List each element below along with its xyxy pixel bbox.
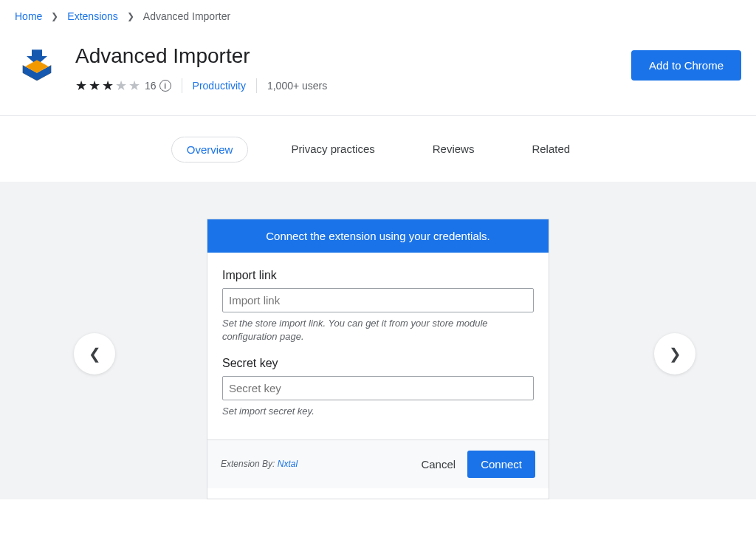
user-count: 1,000+ users — [267, 80, 327, 92]
footer-actions: Cancel Connect — [421, 451, 535, 478]
screenshot-footer: Extension By: Nxtal Cancel Connect — [207, 439, 549, 488]
star-icon: ★ — [102, 79, 114, 92]
add-to-chrome-button[interactable]: Add to Chrome — [631, 50, 741, 81]
chevron-right-icon: ❯ — [51, 11, 58, 21]
chevron-right-icon: ❯ — [669, 345, 681, 363]
category-link[interactable]: Productivity — [193, 80, 246, 92]
info-icon[interactable]: i — [159, 80, 171, 92]
rating-stars[interactable]: ★ ★ ★ ★ ★ 16 i — [75, 79, 171, 92]
star-icon: ★ — [75, 79, 87, 92]
chevron-left-icon: ❮ — [89, 345, 101, 363]
meta-row: ★ ★ ★ ★ ★ 16 i Productivity 1,000+ users — [75, 78, 615, 93]
breadcrumb-home[interactable]: Home — [15, 10, 42, 22]
breadcrumb-extensions[interactable]: Extensions — [67, 10, 117, 22]
separator — [256, 78, 257, 93]
secret-key-input[interactable] — [222, 376, 534, 400]
extension-header: Advanced Importer ★ ★ ★ ★ ★ 16 i Product… — [0, 30, 756, 116]
secret-key-label: Secret key — [222, 357, 534, 370]
connect-button[interactable]: Connect — [467, 451, 535, 478]
separator — [182, 78, 182, 93]
tab-overview[interactable]: Overview — [171, 137, 249, 163]
chevron-right-icon: ❯ — [127, 11, 134, 21]
gallery-next-button[interactable]: ❯ — [654, 333, 695, 374]
rating-count: 16 — [145, 80, 157, 92]
secret-key-hint: Set import secret key. — [222, 405, 534, 418]
star-icon: ★ — [115, 79, 127, 92]
gallery-prev-button[interactable]: ❮ — [74, 333, 115, 374]
screenshot-gallery: ❮ ❯ Connect the extension using your cre… — [0, 182, 756, 499]
import-link-hint: Set the store import link. You can get i… — [222, 317, 534, 343]
extension-by: Extension By: Nxtal — [221, 459, 298, 469]
tabs: Overview Privacy practices Reviews Relat… — [0, 116, 756, 182]
tab-related[interactable]: Related — [517, 137, 585, 163]
star-icon: ★ — [89, 79, 100, 92]
screenshot-body: Import link Set the store import link. Y… — [207, 253, 549, 439]
star-icon: ★ — [128, 79, 140, 92]
breadcrumb-current: Advanced Importer — [143, 10, 230, 22]
screenshot-card: Connect the extension using your credent… — [207, 219, 549, 499]
breadcrumb: Home ❯ Extensions ❯ Advanced Importer — [0, 0, 756, 30]
import-link-input[interactable] — [222, 288, 534, 312]
page-title: Advanced Importer — [75, 44, 615, 68]
import-link-label: Import link — [222, 269, 534, 282]
tab-privacy-practices[interactable]: Privacy practices — [276, 137, 389, 163]
title-block: Advanced Importer ★ ★ ★ ★ ★ 16 i Product… — [75, 44, 615, 93]
cancel-button[interactable]: Cancel — [421, 458, 456, 471]
screenshot-banner: Connect the extension using your credent… — [207, 219, 549, 253]
tab-reviews[interactable]: Reviews — [418, 137, 489, 163]
extension-author-link[interactable]: Nxtal — [278, 459, 298, 469]
extension-by-label: Extension By: — [221, 459, 278, 469]
extension-icon — [15, 44, 59, 89]
